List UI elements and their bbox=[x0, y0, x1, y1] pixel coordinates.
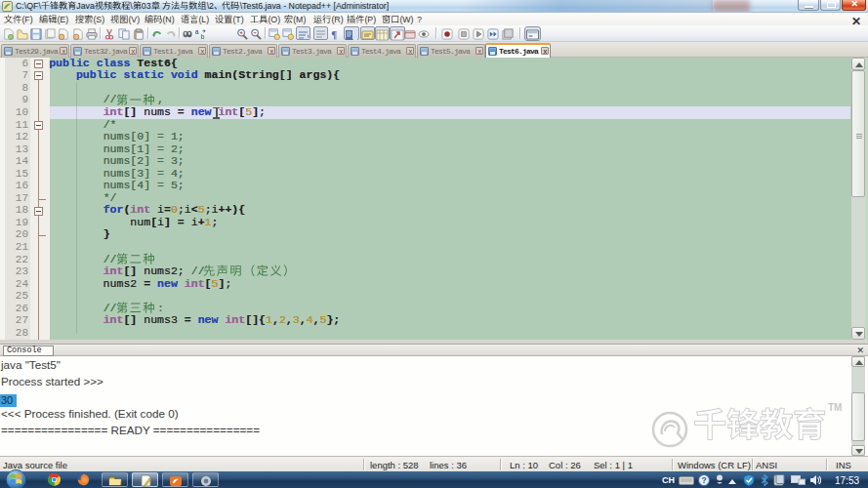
svg-text:¶: ¶ bbox=[331, 28, 337, 40]
svg-text:a: a bbox=[195, 28, 199, 35]
svg-text:?: ? bbox=[701, 475, 706, 485]
svg-text:b: b bbox=[201, 33, 205, 40]
